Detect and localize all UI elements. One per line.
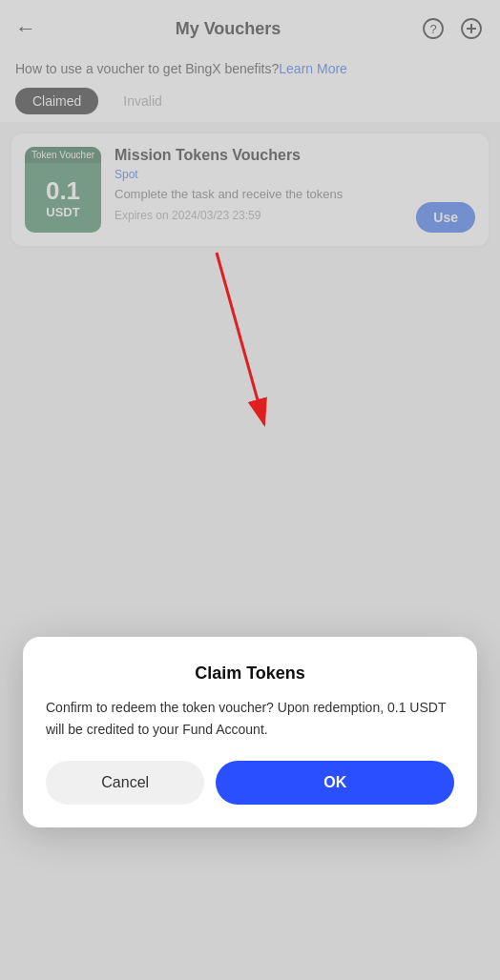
modal-title: Claim Tokens (46, 664, 454, 684)
ok-button[interactable]: OK (216, 761, 454, 805)
overlay (0, 0, 500, 980)
cancel-button[interactable]: Cancel (46, 761, 204, 805)
modal: Claim Tokens Confirm to redeem the token… (23, 637, 477, 827)
modal-body: Confirm to redeem the token voucher? Upo… (46, 697, 454, 740)
modal-actions: Cancel OK (46, 761, 454, 805)
page: ← My Vouchers ? How to use a voucher to … (0, 0, 500, 980)
